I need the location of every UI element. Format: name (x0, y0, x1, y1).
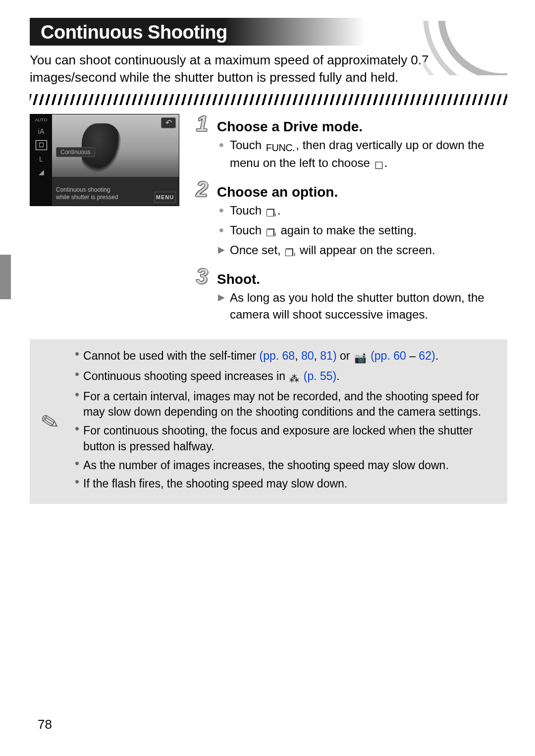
page-ref-link[interactable]: ) (333, 349, 337, 362)
sidebar-icon-selected: ☐ (36, 140, 47, 150)
camera-preview-image (52, 114, 179, 177)
camera-mode-desc: Continuous shooting while shutter is pre… (56, 186, 152, 201)
step-bullet: ▶As long as you hold the shutter button … (217, 289, 507, 323)
notes-box: ✎ •Cannot be used with the self-timer (p… (30, 339, 507, 504)
section-heading-bar: Continuous Shooting (30, 18, 507, 46)
page-ref-link[interactable]: (pp. 68 (260, 349, 295, 362)
sidebar-icon: ◢ (39, 168, 44, 176)
step-bullet: ●Touch ❐ᵢ. (217, 202, 507, 220)
note-bullet-dot: • (75, 369, 79, 386)
inline-icon: ⁂ (288, 372, 300, 386)
bullet-text: Touch ❐ᵢ. (230, 202, 280, 220)
step-bullet: ●Touch FUNC., then drag vertically up or… (217, 137, 507, 172)
inline-icon: ❐ᵢ (265, 226, 277, 240)
camera-desc-line1: Continuous shooting (56, 186, 110, 193)
note-text: Continuous shooting speed increases in ⁂… (83, 369, 340, 386)
note-text: For a certain interval, images may not b… (83, 389, 497, 420)
page-ref-link[interactable]: (p. 55) (304, 370, 336, 382)
step-number: 2 (192, 179, 212, 199)
page-ref-link[interactable]: 81 (320, 349, 333, 362)
note-bullet-dot: • (75, 476, 79, 492)
page-number: 78 (38, 717, 52, 732)
note-text: For continuous shooting, the focus and e… (83, 423, 497, 454)
step-number: 1 (192, 114, 212, 134)
page-ref-link[interactable]: ) (431, 349, 435, 362)
thumb-tab (0, 255, 11, 299)
note-item: •For continuous shooting, the focus and … (75, 423, 497, 454)
step-number: 3 (192, 267, 212, 286)
camera-desc-line2: while shutter is pressed (56, 194, 118, 201)
sidebar-icon: L (39, 155, 43, 163)
camera-back-icon: ↶ (161, 117, 176, 128)
step: 3Shoot.▶As long as you hold the shutter … (192, 267, 507, 323)
notes-list: •Cannot be used with the self-timer (pp.… (75, 348, 497, 495)
camera-menu-button: MENU (154, 192, 176, 203)
steps-column: 1Choose a Drive mode.●Touch FUNC., then … (192, 114, 507, 329)
page-ref-link[interactable]: 62 (419, 349, 431, 362)
note-text: Cannot be used with the self-timer (pp. … (83, 348, 438, 366)
step: 1Choose a Drive mode.●Touch FUNC., then … (192, 114, 507, 172)
note-item: •If the flash fires, the shooting speed … (75, 476, 497, 492)
pencil-icon: ✎ (33, 406, 66, 437)
step: 2Choose an option.●Touch ❐ᵢ.●Touch ❐ᵢ ag… (192, 179, 507, 260)
inline-icon: FUNC. (265, 141, 296, 155)
step-bullet: ▶Once set, ❐ᵢ will appear on the screen. (217, 242, 507, 260)
note-item: •Cannot be used with the self-timer (pp.… (75, 348, 497, 366)
inline-icon: ❐ᵢ (265, 206, 277, 220)
circle-bullet-icon: ● (217, 202, 226, 220)
camera-sidebar: AUTO iA ☐ L ◢ (30, 114, 52, 206)
bullet-text: As long as you hold the shutter button d… (230, 289, 507, 323)
step-title: Choose a Drive mode. (217, 119, 363, 135)
inline-icon: 📷̽ (353, 352, 368, 366)
note-item: •For a certain interval, images may not … (75, 389, 497, 420)
bullet-text: Touch ❐ᵢ again to make the setting. (230, 222, 417, 240)
note-bullet-dot: • (75, 458, 79, 474)
note-bullet-dot: • (75, 389, 79, 420)
sidebar-icon: iA (38, 127, 44, 135)
step-title: Choose an option. (217, 184, 338, 200)
page-ref-link[interactable]: 80 (301, 349, 314, 362)
note-item: •Continuous shooting speed increases in … (75, 369, 497, 386)
sidebar-icon: AUTO (35, 117, 48, 122)
step-bullet: ●Touch ❐ᵢ again to make the setting. (217, 222, 507, 240)
inline-icon: ❐ᵢ (284, 246, 296, 260)
bullet-text: Once set, ❐ᵢ will appear on the screen. (230, 242, 435, 260)
note-text: As the number of images increases, the s… (83, 458, 449, 474)
note-bullet-dot: • (75, 348, 79, 366)
inline-icon: ☐ (374, 159, 384, 172)
arrow-bullet-icon: ▶ (217, 289, 226, 323)
note-bullet-dot: • (75, 423, 79, 454)
circle-bullet-icon: ● (217, 222, 226, 240)
section-title: Continuous Shooting (30, 18, 507, 43)
circle-bullet-icon: ● (217, 137, 226, 172)
camera-mode-pill: Continuous (56, 147, 95, 157)
step-title: Shoot. (217, 271, 260, 287)
hatch-divider (30, 94, 507, 105)
bullet-text: Touch FUNC., then drag vertically up or … (230, 137, 507, 172)
arrow-bullet-icon: ▶ (217, 242, 226, 260)
camera-screenshot: AUTO iA ☐ L ◢ ↶ Continuous Continuous sh… (30, 114, 179, 206)
page-ref-link[interactable]: (pp. 60 (371, 349, 406, 362)
note-item: •As the number of images increases, the … (75, 458, 497, 474)
note-text: If the flash fires, the shooting speed m… (83, 476, 347, 492)
